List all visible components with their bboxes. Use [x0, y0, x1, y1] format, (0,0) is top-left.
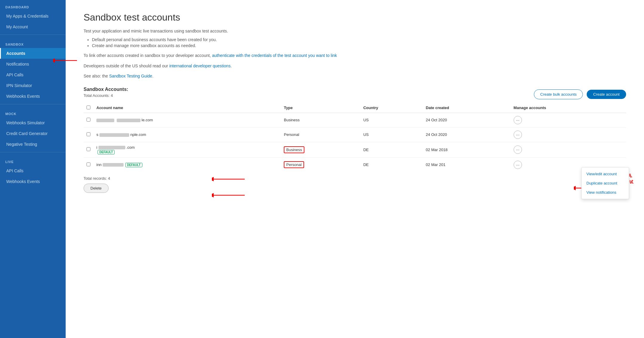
row1-country: US — [360, 113, 423, 127]
row1-select-checkbox[interactable] — [87, 118, 90, 122]
total-records: Total records: 4 — [84, 176, 626, 181]
total-accounts: Total Accounts: 4 — [84, 93, 128, 98]
row4-default-badge: DEFAULT — [125, 163, 142, 167]
row3-country: DE — [360, 142, 423, 157]
row1-manage-button[interactable]: ··· — [514, 116, 522, 124]
sidebar-item-negative-testing[interactable]: Negative Testing — [0, 139, 66, 150]
col-type: Type — [281, 103, 360, 113]
delete-button[interactable]: Delete — [84, 184, 109, 193]
sidebar-item-webhooks-simulator[interactable]: Webhooks Simulator — [0, 117, 66, 128]
row1-date: 24 Oct 2020 — [423, 113, 511, 127]
row3-account-name: i .com DEFAULT — [93, 142, 281, 157]
manage-dropdown: View/edit account Duplicate account View… — [581, 167, 629, 199]
col-manage-accounts: Manage accounts — [511, 103, 626, 113]
dropdown-duplicate[interactable]: Duplicate account — [582, 179, 629, 188]
table-row: le.com Business US 24 Oct 2020 ··· — [84, 113, 626, 127]
accounts-actions: Create bulk accounts Create account — [534, 89, 626, 99]
main-content: Sandbox test accounts Test your applicat… — [66, 0, 644, 338]
row2-type: Personal — [281, 127, 360, 142]
row1-checkbox — [84, 113, 93, 127]
description3: Developers outside of the US should read… — [84, 63, 626, 69]
col-country: Country — [360, 103, 423, 113]
accounts-section-left: Sandbox Accounts: Total Accounts: 4 — [84, 87, 128, 102]
sidebar-item-webhooks-events-sandbox[interactable]: Webhooks Events — [0, 91, 66, 102]
row3-manage: ··· — [511, 142, 626, 157]
sidebar-item-notifications[interactable]: Notifications — [0, 59, 66, 69]
row2-checkbox — [84, 127, 93, 142]
create-account-button[interactable]: Create account — [587, 90, 626, 99]
row2-country: US — [360, 127, 423, 142]
row3-date: 02 Mar 2018 — [423, 142, 511, 157]
accounts-table: Account name Type Country Date created M… — [84, 103, 626, 172]
bullet-item-1: Default personal and business accounts h… — [92, 37, 626, 42]
sidebar-section-dashboard: DASHBOARD — [0, 0, 66, 11]
desc4-text: See also: the — [84, 74, 108, 78]
sidebar-item-api-calls-live[interactable]: API Calls — [0, 165, 66, 176]
row1-account-name: le.com — [93, 113, 281, 127]
desc2-text: To link other accounts created in sandbo… — [84, 53, 211, 58]
accounts-header-row: Sandbox Accounts: Total Accounts: 4 Crea… — [84, 87, 626, 102]
table-row: inn DEFAULT Personal DE 02 Mar 201 ··· V… — [84, 157, 626, 172]
row2-account-name: s nple.com — [93, 127, 281, 142]
sidebar-section-live: LIVE — [0, 155, 66, 165]
row4-account-name: inn DEFAULT — [93, 157, 281, 172]
description2: To link other accounts created in sandbo… — [84, 52, 626, 59]
description1: Test your application and mimic live tra… — [84, 28, 626, 34]
col-date-created: Date created — [423, 103, 511, 113]
auth-link[interactable]: authenticate with the credentials of the… — [212, 53, 337, 58]
bullet-list: Default personal and business accounts h… — [84, 37, 626, 48]
sidebar-item-webhooks-events-live[interactable]: Webhooks Events — [0, 176, 66, 187]
row1-type: Business — [281, 113, 360, 127]
row4-select-checkbox[interactable] — [87, 162, 90, 166]
row3-checkbox — [84, 142, 93, 157]
row2-date: 24 Oct 2020 — [423, 127, 511, 142]
row3-manage-button[interactable]: ··· — [514, 145, 522, 154]
row4-type: Personal — [281, 157, 360, 172]
dropdown-view-edit[interactable]: View/edit account — [582, 169, 629, 179]
row4-manage: ··· View/edit account Duplicate account … — [511, 157, 626, 172]
row4-type-box: Personal — [284, 161, 304, 168]
intl-dev-link[interactable]: international developer questions — [169, 63, 230, 68]
sidebar-item-accounts[interactable]: Accounts — [0, 48, 66, 59]
table-row: i .com DEFAULT Business DE 02 Mar 2018 ·… — [84, 142, 626, 157]
table-header-row: Account name Type Country Date created M… — [84, 103, 626, 113]
row1-manage: ··· — [511, 113, 626, 127]
sidebar-item-my-account[interactable]: My Account — [0, 21, 66, 32]
row2-select-checkbox[interactable] — [87, 132, 90, 136]
sidebar-section-mock: MOCK — [0, 107, 66, 117]
row3-default-badge: DEFAULT — [98, 150, 115, 154]
row3-type-box: Business — [284, 146, 304, 153]
row3-type: Business — [281, 142, 360, 157]
sidebar-section-sandbox: SANDBOX — [0, 37, 66, 48]
description4: See also: the Sandbox Testing Guide. — [84, 73, 626, 79]
dropdown-view-notifications[interactable]: View notifications — [582, 188, 629, 197]
sandbox-guide-link[interactable]: Sandbox Testing Guide — [109, 74, 152, 78]
row4-date: 02 Mar 201 — [423, 157, 511, 172]
section-heading: Sandbox Accounts: — [84, 87, 128, 92]
row2-manage-button[interactable]: ··· — [514, 131, 522, 139]
row4-checkbox — [84, 157, 93, 172]
sidebar-item-ipn-simulator[interactable]: IPN Simulator — [0, 80, 66, 91]
select-all-checkbox[interactable] — [87, 106, 90, 109]
sidebar: DASHBOARD My Apps & Credentials My Accou… — [0, 0, 66, 338]
page-title: Sandbox test accounts — [84, 12, 626, 23]
bullet-item-2: Create and manage more sandbox accounts … — [92, 43, 626, 48]
row4-manage-button[interactable]: ··· — [514, 161, 522, 169]
col-account-name: Account name — [93, 103, 281, 113]
sidebar-item-api-calls[interactable]: API Calls — [0, 69, 66, 80]
table-row: s nple.com Personal US 24 Oct 2020 ··· — [84, 127, 626, 142]
row3-select-checkbox[interactable] — [87, 147, 90, 151]
sidebar-item-my-apps[interactable]: My Apps & Credentials — [0, 11, 66, 21]
row4-country: DE — [360, 157, 423, 172]
desc3-text: Developers outside of the US should read… — [84, 63, 168, 68]
create-bulk-accounts-button[interactable]: Create bulk accounts — [534, 89, 583, 99]
sidebar-item-credit-card-generator[interactable]: Credit Card Generator — [0, 128, 66, 139]
checkbox-col-header — [84, 103, 93, 113]
row4-arrow-annotation — [212, 192, 248, 200]
row2-manage: ··· — [511, 127, 626, 142]
